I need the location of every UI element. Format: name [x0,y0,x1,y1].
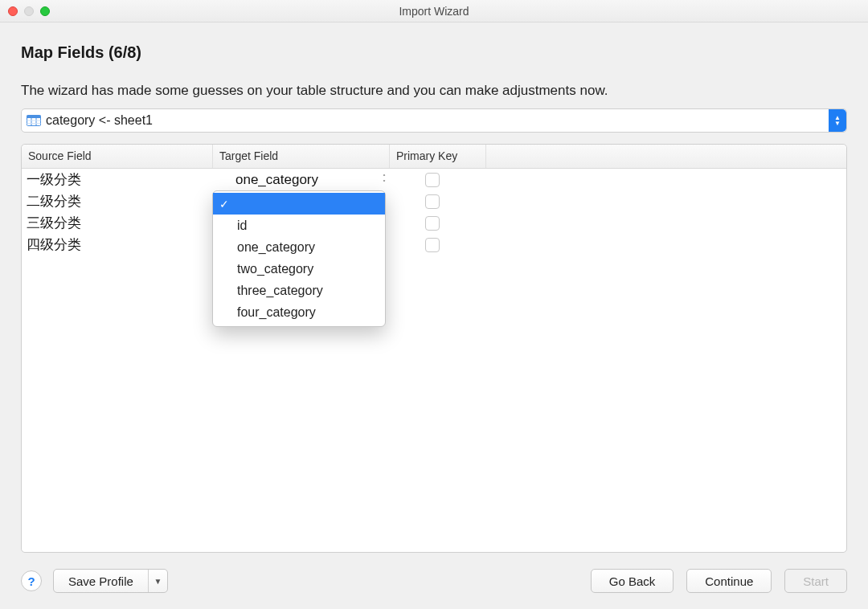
mapping-selector[interactable]: category <- sheet1 ▲ ▼ [21,108,847,133]
start-button[interactable]: Start [784,569,847,593]
wizard-content: Map Fields (6/8) The wizard has made som… [0,22,868,553]
step-title: Map Fields (6/8) [21,43,847,62]
source-field-cell: 一级分类 [22,170,213,189]
field-mapping-table: Source Field Target Field Primary Key 一级… [21,144,847,553]
dropdown-option-label: two_category [237,262,313,276]
table-row[interactable]: 四级分类 ˄ ˅ [22,234,846,255]
header-primary-key[interactable]: Primary Key [390,145,486,168]
source-field-cell: 二级分类 [22,192,213,210]
dropdown-option-label: three_category [237,284,323,298]
dropdown-option[interactable]: four_category [213,301,385,323]
titlebar: Import Wizard [0,0,868,22]
continue-button[interactable]: Continue [686,569,772,593]
step-subtitle: The wizard has made some guesses on your… [21,83,847,99]
target-field-value: one_category [235,172,318,188]
primary-key-checkbox[interactable] [425,173,440,187]
chevron-down-icon: ˅ [383,180,386,186]
source-field-cell: 四级分类 [22,235,213,254]
chevron-down-icon: ▼ [834,121,841,126]
mapping-selector-value: category <- sheet1 [46,113,153,128]
caret-down-icon: ▼ [154,577,162,586]
footer-right: Go Back Continue Start [591,569,847,593]
header-source-field[interactable]: Source Field [22,145,213,168]
dropdown-option[interactable]: ✓ [213,193,385,215]
footer-left: ? Save Profile ▼ [21,569,168,593]
save-profile-label: Save Profile [54,570,148,592]
primary-key-checkbox[interactable] [425,194,440,209]
dropdown-option-label: four_category [237,305,316,320]
source-field-cell: 三级分类 [22,214,213,232]
table-header: Source Field Target Field Primary Key [22,145,846,169]
table-body: 一级分类 one_category ˄ ˅ 二级分类 ˄ [22,169,846,255]
svg-rect-1 [27,116,41,119]
save-profile-caret[interactable]: ▼ [148,570,167,592]
header-target-field[interactable]: Target Field [213,145,390,168]
primary-key-cell [390,216,486,231]
go-back-button[interactable]: Go Back [591,569,674,593]
window-title: Import Wizard [0,5,868,18]
primary-key-cell [390,238,486,252]
primary-key-checkbox[interactable] [425,238,440,252]
target-field-stepper[interactable]: ˄ ˅ [379,173,390,187]
table-icon [27,115,41,126]
primary-key-cell [390,173,486,187]
dropdown-option-label: id [237,219,247,233]
primary-key-cell [390,194,486,209]
target-field-dropdown: ✓ id one_category two_category three_cat… [212,190,386,327]
dropdown-option-label: one_category [237,240,315,255]
table-row[interactable]: 二级分类 ˄ ˅ [22,190,846,212]
table-row[interactable]: 三级分类 ˄ ˅ [22,212,846,234]
dropdown-option[interactable]: id [213,215,385,236]
dropdown-option[interactable]: one_category [213,236,385,258]
save-profile-button[interactable]: Save Profile ▼ [53,569,168,593]
dropdown-option[interactable]: two_category [213,258,385,280]
wizard-footer: ? Save Profile ▼ Go Back Continue Start [0,553,868,609]
dropdown-option[interactable]: three_category [213,280,385,301]
primary-key-checkbox[interactable] [425,216,440,231]
table-row[interactable]: 一级分类 one_category ˄ ˅ [22,169,846,190]
target-field-cell[interactable]: one_category ˄ ˅ [213,172,390,188]
help-button[interactable]: ? [21,570,42,591]
mapping-selector-stepper[interactable]: ▲ ▼ [829,109,846,132]
check-icon: ✓ [219,198,229,210]
